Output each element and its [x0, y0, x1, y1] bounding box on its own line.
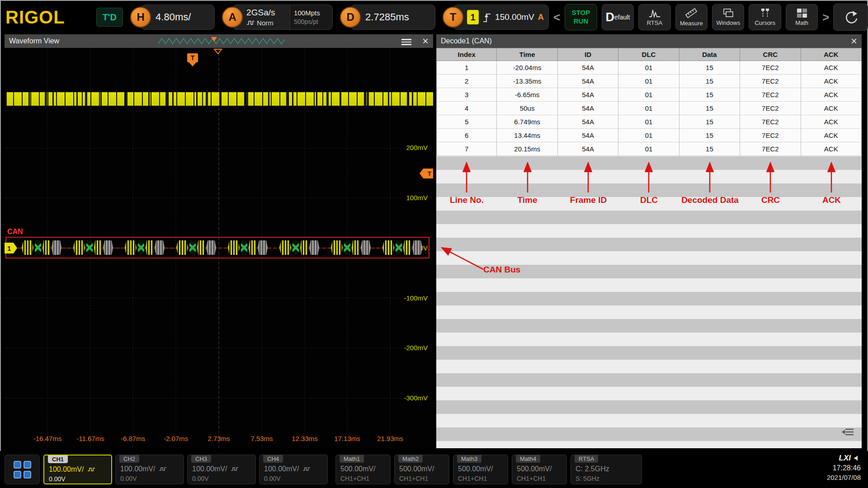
math4-block[interactable]: Math4 500.00mV/ CH1+CH1 [512, 455, 567, 484]
table-cell: 54A [558, 102, 618, 115]
trigger-badge: T [443, 7, 463, 28]
ch1-block[interactable]: CH1 100.00mV/ 0.00V [43, 455, 112, 484]
can-frame [279, 240, 319, 255]
ch1-tab: CH1 [48, 455, 68, 463]
table-cell: 15 [679, 88, 740, 102]
column-header: DLC [618, 48, 679, 61]
table-cell: 7EC2 [740, 61, 801, 75]
decode-panel: Decode1 (CAN) × Index Time ID DLC Data C… [436, 34, 862, 448]
waveform-plot[interactable]: T 200mV 100mV 0V -100mV -200mV -300mV T … [5, 48, 433, 448]
table-cell: 01 [618, 61, 679, 75]
acquire-badge: A [222, 7, 243, 28]
run-label: RUN [574, 17, 589, 26]
rtsa-button[interactable]: RTSA [638, 4, 670, 30]
coupling-icon [159, 467, 167, 471]
default-button[interactable]: Default [602, 4, 634, 30]
rtsa-center-freq: C: 2.5GHz [576, 465, 609, 473]
annotation-label: ACK [801, 195, 862, 205]
table-cell: 7EC2 [740, 115, 801, 129]
default-label-initial: D [606, 10, 615, 24]
top-toolbar: RIGOL T'D H 4.80ms/ A 2GSa/s Norm 100Mpt… [0, 0, 868, 34]
can-bus-trace-label: CAN [7, 228, 23, 236]
table-cell: ACK [801, 88, 862, 102]
column-header: ACK [801, 48, 862, 61]
math2-expression: CH1+CH1 [399, 475, 428, 482]
ch4-scale: 100.00mV/ [264, 465, 299, 473]
annotation-label: Time [497, 195, 558, 205]
column-header: Time [497, 48, 557, 61]
table-cell: 6.749ms [497, 115, 557, 129]
can-frame [176, 240, 216, 255]
t-axis-label: -6.87ms [113, 435, 153, 442]
rtsa-block[interactable]: RTSA C: 2.5GHz S: 5GHz [571, 455, 642, 484]
math3-block[interactable]: Math3 500.00mV/ CH1+CH1 [453, 455, 508, 484]
waveform-close-icon[interactable]: × [422, 34, 429, 48]
ch3-tab: CH3 [191, 455, 211, 463]
spectrum-icon [648, 8, 661, 18]
math2-block[interactable]: Math2 500.00mV/ CH1+CH1 [394, 455, 449, 484]
table-cell: 20.15ms [497, 142, 557, 156]
horizontal-position-marker [213, 49, 222, 55]
ch2-block[interactable]: CH2 100.00mV/ 0.00V [115, 455, 184, 484]
home-menu-button[interactable] [5, 455, 40, 484]
table-cell: 3 [436, 88, 497, 102]
table-cell: 54A [558, 75, 618, 88]
waveform-menu-icon[interactable] [401, 39, 411, 47]
trigger-position-marker[interactable]: T [187, 53, 198, 66]
ruler-icon [685, 8, 697, 19]
t-axis-label: 7.53ms [241, 435, 282, 442]
windows-icon [722, 8, 734, 18]
event-table-menu-icon[interactable] [842, 427, 854, 436]
v-axis-label: 100mV [392, 194, 428, 202]
table-cell: 01 [618, 75, 679, 88]
toolbar-collapse-left[interactable]: < [553, 10, 560, 24]
table-cell: ACK [801, 142, 862, 156]
sample-rate: 2GSa/s [246, 8, 290, 18]
table-cell: ACK [801, 129, 862, 142]
t-axis-label: -11.67ms [70, 435, 111, 442]
clock-time: 17:28:46 [827, 464, 861, 472]
table-cell: 5 [436, 115, 497, 129]
cursors-icon [759, 8, 771, 18]
math2-tab: Math2 [398, 455, 423, 463]
clock-date: 2021/07/08 [827, 474, 861, 481]
annotation-label: DLC [618, 195, 679, 205]
utility-button[interactable] [833, 4, 868, 31]
timebase-value: 4.80ms/ [156, 11, 191, 23]
math-button[interactable]: Math [786, 4, 818, 30]
ch2-tab: CH2 [119, 455, 139, 463]
measure-button[interactable]: Measure [675, 4, 708, 30]
ch1-offset: 0.00V [49, 475, 66, 483]
decode-title: Decode1 (CAN) [441, 37, 492, 45]
t-axis-label: 2.73ms [198, 435, 239, 442]
cursors-button[interactable]: Cursors [749, 4, 781, 30]
v-axis-label: -300mV [392, 394, 428, 402]
home-grid-icon [14, 461, 31, 479]
table-cell: ACK [801, 61, 862, 75]
trigger-source-badge: 1 [467, 10, 479, 24]
decode-close-icon[interactable]: × [851, 34, 857, 48]
table-cell: 54A [558, 115, 618, 129]
horizontal-settings[interactable]: H 4.80ms/ [130, 5, 215, 30]
ch4-block[interactable]: CH4 100.00mV/ 0.00V [259, 455, 328, 484]
table-cell: 54A [558, 142, 618, 156]
ch2-scale: 100.00mV/ [120, 465, 155, 473]
trigger-settings[interactable]: T 1 150.00mV A [443, 5, 549, 30]
table-cell: 01 [618, 142, 679, 156]
toolbar-expand-right[interactable]: > [822, 10, 829, 24]
table-cell: 13.44ms [497, 129, 557, 142]
math1-tab: Math1 [340, 455, 364, 463]
can-decode-trace [5, 237, 429, 258]
stop-label: STOP [572, 9, 590, 17]
acquisition-settings[interactable]: A 2GSa/s Norm 100Mpts 500ps/pt [222, 5, 333, 30]
v-axis-label: -100mV [392, 294, 428, 302]
delay-settings[interactable]: D 2.7285ms [340, 5, 435, 30]
stop-run-button[interactable]: STOP RUN [565, 4, 597, 30]
ch1-trace [5, 92, 433, 106]
windows-button[interactable]: Windows [712, 4, 744, 30]
ch3-block[interactable]: CH3 100.00mV/ 0.00V [187, 455, 256, 484]
table-cell: 01 [618, 115, 679, 129]
table-cell: 1 [436, 61, 497, 75]
math1-block[interactable]: Math1 500.00mV/ CH1+CH1 [335, 455, 391, 484]
timebase-overview-strip[interactable] [158, 37, 285, 45]
